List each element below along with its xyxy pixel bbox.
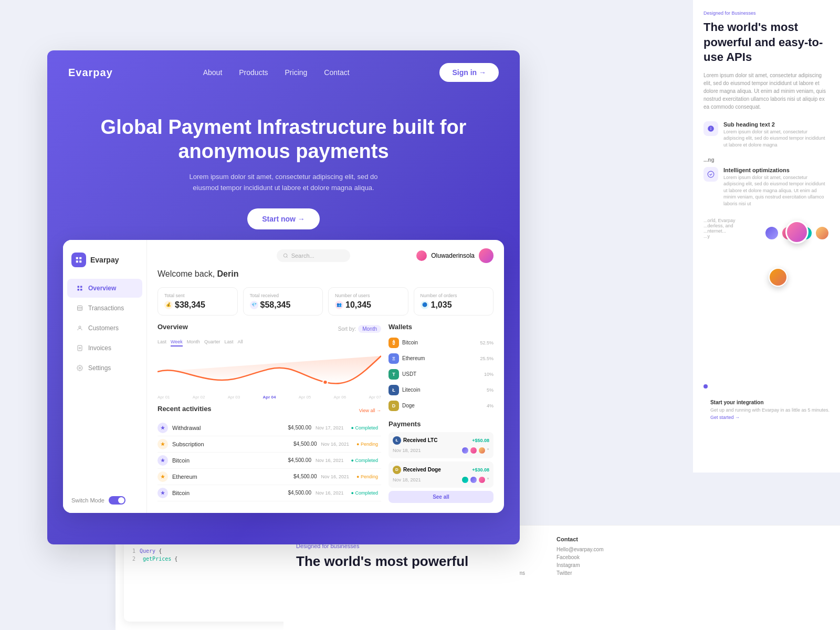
stat-users-label: Number of users xyxy=(335,293,402,298)
signin-button[interactable]: Sign in → xyxy=(439,63,499,82)
designed-for-section: Designed for businesses The world's most… xyxy=(284,530,520,630)
activity-amount-1: $4,500.00 xyxy=(293,441,317,447)
sidebar-item-overview[interactable]: Overview xyxy=(67,279,142,298)
avatar-1 xyxy=(764,226,779,240)
svg-rect-9 xyxy=(78,306,82,310)
stat-users-value: 👥 10,345 xyxy=(335,300,402,310)
tab-quarter[interactable]: Quarter xyxy=(204,338,220,346)
activity-icon-1 xyxy=(158,439,168,449)
feature-icon-1 xyxy=(704,121,718,136)
invoices-icon xyxy=(76,344,84,352)
wallet-litecoin: Ł Litecoin 5% xyxy=(388,382,494,398)
wallet-ethereum: Ξ Ethereum 25.5% xyxy=(388,351,494,366)
see-all-button[interactable]: See all xyxy=(388,491,494,503)
wallet-ethereum-pct: 25.5% xyxy=(480,356,494,361)
ltc-coin-icon: Ł xyxy=(393,436,401,445)
activity-status-0: ● Completed xyxy=(348,424,381,432)
wallet-usdt-pct: 10% xyxy=(484,372,494,377)
sidebar-logo: Evarpay xyxy=(63,248,146,278)
right-panel-desc: Lorem ipsum dolor sit amet, consectetur … xyxy=(704,71,830,111)
switch-mode[interactable]: Switch Mode xyxy=(71,496,125,505)
bottom-main-title: The world's most powerful xyxy=(296,553,507,570)
chart-tabs: Last Week Month Quarter Last All xyxy=(158,338,381,346)
activity-date-1: Nov 16, 2021 xyxy=(321,442,349,447)
activity-icon-3 xyxy=(158,471,168,482)
hero-section: Evarpay About Products Pricing Contact S… xyxy=(47,50,520,544)
wallet-doge-name: Doge xyxy=(402,403,415,408)
dashboard-main: Search... Oluwaderinsola Welcome back, D… xyxy=(147,240,504,513)
activity-row-1: Subscription $4,500.00 Nov 16, 2021 ● Pe… xyxy=(158,436,381,453)
sort-label: Sort by: xyxy=(338,326,356,332)
view-all-button[interactable]: View all → xyxy=(359,408,381,413)
sidebar-item-customers[interactable]: Customers xyxy=(67,319,142,338)
footer-link-email[interactable]: Hello@evarpay.com xyxy=(556,547,603,552)
sidebar-label-invoices: Invoices xyxy=(88,344,111,352)
tab-week[interactable]: Week xyxy=(171,338,183,346)
activity-row-3: Ethereum $4,500.00 Nov 16, 2021 ● Pendin… xyxy=(158,469,381,485)
sidebar-item-settings[interactable]: Settings xyxy=(67,359,142,377)
feature-item-2: Intelligent optimizations Lorem ipsum do… xyxy=(704,167,830,207)
svg-rect-6 xyxy=(80,286,82,288)
tab-all[interactable]: All xyxy=(237,338,243,346)
svg-point-19 xyxy=(323,380,328,384)
doge-icon: D xyxy=(388,401,399,411)
activity-status-1: ● Pending xyxy=(353,440,381,448)
navbar: Evarpay About Products Pricing Contact S… xyxy=(47,50,520,94)
tab-last2[interactable]: Last xyxy=(224,338,233,346)
stat-orders-value: 🔵 1,035 xyxy=(421,300,487,310)
ltc-avatar-3 xyxy=(478,447,486,454)
footer-link-instagram[interactable]: Instagram xyxy=(556,562,603,568)
dashboard-sidebar: Evarpay Overview Transactions xyxy=(63,240,147,513)
avatar-4 xyxy=(815,226,830,240)
activity-date-0: Nov 17, 2021 xyxy=(316,425,344,430)
payment-ltc-amount: +$50.08 xyxy=(472,438,489,443)
nav-contact[interactable]: Contact xyxy=(324,68,349,77)
wallet-doge-info: D Doge xyxy=(388,401,415,411)
customers-icon xyxy=(76,324,84,332)
doge-avatar-more: × xyxy=(487,476,489,484)
activity-amount-0: $4,500.00 xyxy=(288,425,311,430)
sidebar-item-transactions[interactable]: Transactions xyxy=(67,299,142,318)
activity-icon-0 xyxy=(158,423,168,433)
sidebar-item-invoices[interactable]: Invoices xyxy=(67,339,142,358)
doge-avatar-1 xyxy=(461,476,469,484)
stat-sent-icon: 💰 xyxy=(164,301,173,309)
overview-section: Overview Sort by: Month Last Week Month … xyxy=(158,323,381,503)
payment-doge: D Received Doge +$30.08 Nov 18, 2021 xyxy=(388,461,494,488)
search-box[interactable]: Search... xyxy=(277,249,350,262)
right-panel-title: The world's most powerful and easy-to-us… xyxy=(704,20,830,65)
payment-doge-avatars: × xyxy=(461,476,489,484)
designed-for-label: Designed for Businesses xyxy=(704,10,830,16)
stat-orders-label: Number of orders xyxy=(421,293,487,298)
activity-name-1: Subscription xyxy=(172,441,289,447)
feature-item-1: Sub heading text 2 Lorem ipsum dolor sit… xyxy=(704,121,830,149)
api-label: ...ng xyxy=(704,157,830,163)
payment-ltc-avatars: × xyxy=(461,447,489,454)
tab-last[interactable]: Last xyxy=(158,338,166,346)
nav-products[interactable]: Products xyxy=(239,68,268,77)
sort-button[interactable]: Month xyxy=(358,325,381,333)
transactions-icon xyxy=(76,304,84,312)
stat-received-value: 💎 $58,345 xyxy=(250,300,317,310)
activity-row-4: Bitcoin $4,500.00 Nov 16, 2021 ● Complet… xyxy=(158,485,381,501)
activity-status-3: ● Pending xyxy=(353,473,381,480)
svg-point-12 xyxy=(79,326,81,328)
right-section: Wallets ₿ Bitcoin 52.5% xyxy=(388,323,494,503)
activity-row-2: Bitcoin $4,500.00 Nov 16, 2021 ● Complet… xyxy=(158,453,381,469)
svg-rect-5 xyxy=(78,286,80,288)
activities-header: Recent activities View all → xyxy=(158,405,381,417)
nav-pricing[interactable]: Pricing xyxy=(285,68,308,77)
payment-doge-amount: +$30.08 xyxy=(472,467,489,472)
usdt-icon: T xyxy=(388,369,399,380)
switch-toggle[interactable] xyxy=(109,496,125,505)
stat-sent-value: 💰 $38,345 xyxy=(164,300,231,310)
footer-link-facebook[interactable]: Facebook xyxy=(556,554,603,560)
footer-link-twitter[interactable]: Twitter xyxy=(556,570,603,576)
nav-about[interactable]: About xyxy=(203,68,223,77)
tab-month[interactable]: Month xyxy=(187,338,200,346)
wallet-usdt: T USDT 10% xyxy=(388,366,494,382)
start-now-button[interactable]: Start now → xyxy=(247,208,320,229)
activity-status-2: ● Completed xyxy=(348,457,381,464)
hero-content: Global Payment Infrastructure built for … xyxy=(47,94,520,240)
wallet-litecoin-info: Ł Litecoin xyxy=(388,385,420,395)
